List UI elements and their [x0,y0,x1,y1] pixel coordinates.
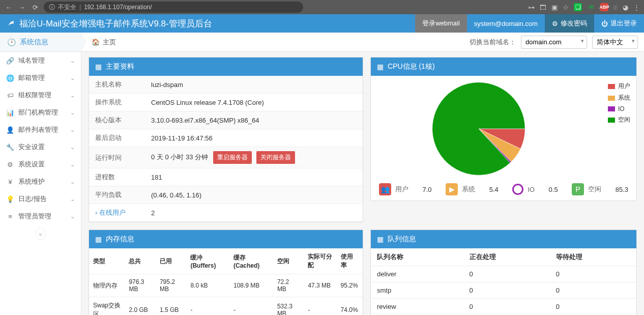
mem-cell: 108.9 MB [229,274,273,297]
chevron-down-icon: ⌄ [70,109,75,116]
cpu-legend: 用户 系统 IO 空闲 [608,82,630,178]
sub-header: 🕑 系统信息 🏠 主页 切换当前域名： domain.com 简体中文 [0,33,644,52]
home-icon[interactable]: 🏠 [92,38,100,46]
ext-more-icon[interactable]: ⎚ [613,4,618,11]
url-bar[interactable]: ⓘ 不安全 | 192.168.1.107/operation/ [44,2,303,13]
mem-cell: 976.3 MB [125,274,156,297]
sidebar-item-3[interactable]: 📊部门机构管理⌄ [0,104,81,121]
translate-icon[interactable]: 🗔 [540,4,546,11]
sidebar-item-8[interactable]: 💡日志/报告⌄ [0,190,81,208]
sidebar-item-7[interactable]: ¥系统维护⌄ [0,173,81,190]
app-title: 福洽U-Mail安全增强电子邮件系统V9.8-管理员后台 [0,18,219,30]
main-info-panel: ▦主要资料 主机名称luzi-dspam 操作系统CentOS Linux re… [89,57,363,222]
mem-header: 缓冲 (Buffers) [186,248,229,274]
tab-system-info[interactable]: 🕑 系统信息 [0,33,81,51]
mem-cell: - [229,297,273,316]
back-icon[interactable]: ← [4,4,13,11]
mem-cell: 532.3 MB [273,297,304,316]
leaf-icon [7,18,16,30]
mem-header: 总共 [125,248,156,274]
queue-cell: 0 [463,282,550,299]
login-webmail-button[interactable]: 登录webmail [415,14,467,33]
main-content: ▦主要资料 主机名称luzi-dspam 操作系统CentOS Linux re… [81,52,644,315]
sidebar-icon: 👤 [6,126,14,134]
breadcrumb-home[interactable]: 主页 [103,38,116,47]
queue-cell: 0 [550,266,636,282]
swatch-user [608,84,615,89]
sidebar-item-label: 安全设置 [18,142,45,152]
queue-cell: 0 [550,282,636,299]
sidebar-item-label: 日志/报告 [18,194,47,204]
change-password-button[interactable]: ⚙修改密码 [545,14,594,33]
url-text: 192.168.1.107/operation/ [84,4,152,11]
ext-wechat-icon[interactable]: ❑ [574,3,582,11]
swatch-io [608,106,615,111]
table-row: Swap交换区2.0 GB1.5 GB--532.3 MB-74.0% [89,297,363,316]
hostname-label: 主机名称 [89,76,145,94]
sidebar-icon: 💡 [6,195,14,203]
legend-sys: 系统 [618,94,630,102]
domain-select[interactable]: domain.com [521,36,587,49]
sidebar-item-6[interactable]: ⚙系统设置⌄ [0,156,81,173]
logout-button[interactable]: ⏻退出登录 [594,14,644,33]
sidebar-item-label: 管理员管理 [18,212,51,221]
sidebar-icon: ≡ [6,213,14,220]
ext-chat-icon[interactable]: ✉ [587,3,595,11]
sidebar-item-9[interactable]: ≡管理员管理⌄ [0,208,81,225]
chevron-down-icon: ⌄ [70,213,75,220]
star-icon[interactable]: ☆ [563,4,569,11]
stat-idle-label: 空闲 [588,185,601,194]
sidebar-item-4[interactable]: 👤邮件列表管理⌄ [0,121,81,138]
insecure-label: 不安全 [58,3,76,12]
queue-cell: 0 [463,266,550,282]
sidebar-item-label: 邮件列表管理 [18,125,58,134]
sidebar-icon: 🏷 [6,92,14,99]
key-icon[interactable]: ⊶ [528,4,535,11]
lastboot-value: 2019-11-19 16:47:56 [145,129,363,147]
chevron-down-icon: ⌄ [70,179,75,185]
proc-label: 进程数 [89,168,145,186]
queue-cell: deliver [371,266,463,282]
restart-server-button[interactable]: 重启服务器 [213,151,252,164]
system-icon: ▶ [446,183,458,195]
sidebar-icon: ¥ [6,178,14,186]
legend-idle: 空闲 [618,116,630,124]
language-select[interactable]: 简体中文 [592,36,638,49]
table-row: review00 [371,299,636,315]
table-icon: ▦ [377,235,384,243]
memory-panel: ▦内存信息 类型总共已用缓冲 (Buffers)缓存 (Cached)空闲实际可… [89,230,363,315]
sidebar-item-1[interactable]: 🌐邮箱管理⌄ [0,69,81,87]
io-icon [512,184,523,195]
menu-dots-icon[interactable]: ⋮ [633,4,640,11]
account-button[interactable]: system@domain.com [467,14,545,33]
shutdown-server-button[interactable]: 关闭服务器 [256,151,295,164]
mem-cell: 47.3 MB [304,274,336,297]
chevron-down-icon: ⌄ [70,161,75,168]
mem-cell: 2.0 GB [125,297,156,316]
collapse-sidebar-button[interactable]: « [36,228,46,240]
cpu-panel: ▦CPU信息 (1核) 用户 系统 IO 空闲 [370,57,637,201]
swatch-idle [608,118,615,123]
kernel-value: 3.10.0-693.el7.x86_64(SMP) x86_64 [145,111,363,129]
dashboard-icon: 🕑 [7,38,16,46]
users-icon: 👥 [379,183,391,195]
forward-icon[interactable]: → [17,4,26,11]
proc-value: 181 [145,168,363,186]
ext-abp-icon[interactable]: ABP [600,3,608,11]
reload-icon[interactable]: ⟳ [31,4,40,11]
chevron-down-icon: ⌄ [70,92,75,99]
scan-icon[interactable]: ▣ [551,4,558,11]
table-icon: ▦ [95,235,102,243]
sidebar-item-label: 系统设置 [18,160,45,169]
breadcrumb: 🏠 主页 [81,38,116,47]
queue-cell: review [371,299,463,315]
avatar-icon[interactable]: ◕ [623,4,628,11]
sidebar-item-5[interactable]: 🔧安全设置⌄ [0,138,81,156]
sidebar-icon: 📊 [6,109,14,117]
sidebar-item-2[interactable]: 🏷组权限管理⌄ [0,87,81,104]
online-value: 2 [145,204,363,222]
online-users-link[interactable]: 在线用户 [95,209,126,216]
mem-cell: 95.2% [337,274,363,297]
stat-user-label: 用户 [395,185,408,194]
sidebar-item-0[interactable]: 🔗域名管理⌄ [0,52,81,69]
